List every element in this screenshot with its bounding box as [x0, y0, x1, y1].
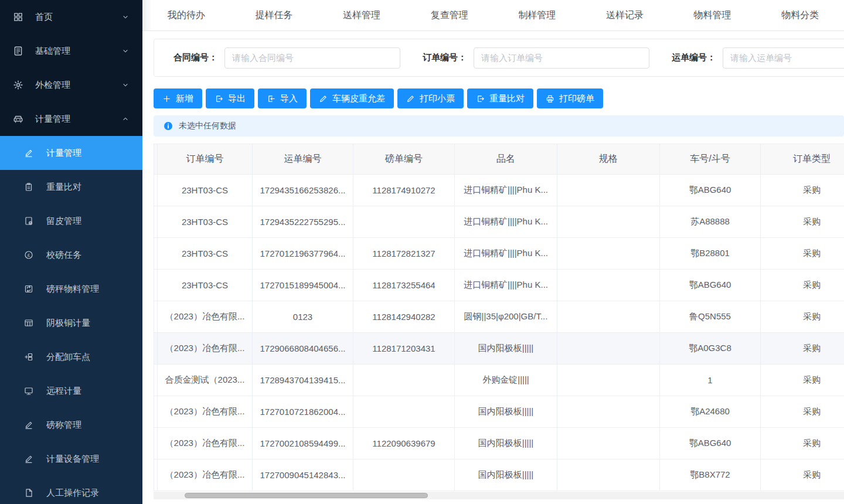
- table-row[interactable]: （2023）冶色有限...1727002108594499...11220906…: [154, 428, 844, 459]
- add-button[interactable]: 新增: [154, 88, 202, 108]
- truck-icon: [13, 114, 23, 124]
- data-table: 订单编号运单编号磅单编号品名规格车号/斗号订单类型 23HT03-CS17294…: [154, 144, 844, 491]
- table-row[interactable]: 23HT03-CS1729435222755295...进口铜精矿||||Phu…: [154, 206, 844, 238]
- sidebar-item-scale-material-mgmt[interactable]: 磅秤物料管理: [0, 272, 142, 306]
- sidebar-item-home[interactable]: 首页: [0, 0, 142, 34]
- table-cell: 合质金测试（2023...: [158, 365, 253, 396]
- sidebar-item-weight-compare[interactable]: 重量比对: [0, 170, 142, 204]
- sidebar-item-label: 磅秤物料管理: [46, 284, 99, 295]
- pound-circle-icon: £: [24, 250, 33, 260]
- sidebar-item-remote-metering[interactable]: 远程计量: [0, 374, 142, 408]
- table-body: 23HT03-CS1729435166253826...112817491027…: [154, 175, 844, 491]
- table-header-row: 订单编号运单编号磅单编号品名规格车号/斗号订单类型: [154, 144, 844, 175]
- column-header[interactable]: 运单编号: [253, 144, 353, 175]
- table-cell: 圆钢||35|φ200|GB/T...: [455, 301, 557, 333]
- table-cell: 国内阳极板|||||: [455, 333, 557, 365]
- table-cell: 进口铜精矿||||Phu K...: [455, 206, 557, 238]
- filter-group: 合同编号：: [173, 47, 400, 69]
- table-cell: 鄂ABG640: [660, 428, 761, 459]
- export-button[interactable]: 导出: [206, 88, 254, 108]
- sidebar-item-label: 留皮管理: [46, 216, 81, 227]
- table-row[interactable]: 23HT03-CS1727012196377964...112817282132…: [154, 238, 844, 270]
- sidebar-item-label: 计量管理: [46, 148, 81, 159]
- table-cell: 鄂ABG640: [660, 175, 761, 206]
- table-row[interactable]: （2023）冶色有限...1729066808404656...11281712…: [154, 333, 844, 365]
- table-cell: 1: [660, 365, 761, 396]
- scrollbar-thumb[interactable]: [185, 493, 428, 498]
- column-header[interactable]: 订单编号: [158, 144, 253, 175]
- table-row[interactable]: 23HT03-CS1727015189945004...112817325546…: [154, 270, 844, 301]
- table-row[interactable]: 合质金测试（2023...1728943704139415...外购金锭||||…: [154, 365, 844, 396]
- sidebar-item-scale-calibration-task[interactable]: £ 校磅任务: [0, 238, 142, 272]
- table-cell: [557, 396, 660, 428]
- pencil-icon: [24, 420, 33, 430]
- print-weighbridge-slip-button[interactable]: 打印磅单: [537, 88, 603, 108]
- table-cell: 鄂B8X772: [660, 459, 761, 491]
- table-cell: 外购金锭|||||: [455, 365, 557, 396]
- button-label: 重量比对: [489, 93, 525, 104]
- sidebar-item-metering-mgmt[interactable]: 计量管理: [0, 136, 142, 170]
- order-no-input[interactable]: [474, 47, 649, 69]
- sidebar-item-metering-mgmt[interactable]: 计量管理: [0, 102, 142, 136]
- data-table-wrap: 订单编号运单编号磅单编号品名规格车号/斗号订单类型 23HT03-CS17294…: [154, 144, 844, 491]
- column-header[interactable]: 品名: [455, 144, 557, 175]
- tab-sample-delivery-record[interactable]: 送样记录: [581, 9, 669, 22]
- sidebar-item-label: 人工操作记录: [46, 488, 99, 499]
- file-icon: [24, 488, 33, 498]
- sidebar-item-basic-mgmt[interactable]: 基础管理: [0, 34, 142, 68]
- column-header[interactable]: 订单类型: [761, 144, 844, 175]
- sidebar-item-metering-device-mgmt[interactable]: 计量设备管理: [0, 442, 142, 476]
- sidebar-item-tare-retention-mgmt[interactable]: 留皮管理: [0, 204, 142, 238]
- table-cell: 鄂A0G3C8: [660, 333, 761, 365]
- sidebar-item-scale-mgmt[interactable]: 磅称管理: [0, 408, 142, 442]
- table-cell: 采购: [761, 428, 844, 459]
- vehicle-tare-tolerance-button[interactable]: 车辆皮重允差: [310, 88, 394, 108]
- contract-no-input[interactable]: [224, 47, 400, 69]
- monitor-icon: [24, 386, 33, 396]
- chevron-up-icon: [121, 115, 130, 123]
- button-label: 车辆皮重允差: [332, 93, 385, 104]
- column-header[interactable]: 磅单编号: [353, 144, 455, 175]
- tab-my-todo[interactable]: 我的待办: [142, 9, 230, 22]
- tab-sample-delivery-mgmt[interactable]: 送样管理: [318, 9, 406, 22]
- table-cell: 鄂B28801: [660, 238, 761, 270]
- sidebar-item-label: 计量管理: [35, 114, 70, 125]
- tab-material-mgmt[interactable]: 物料管理: [669, 9, 757, 22]
- info-icon: [164, 121, 173, 131]
- table-cell: 进口铜精矿||||Phu K...: [455, 270, 557, 301]
- waybill-no-input[interactable]: [723, 47, 844, 69]
- table-cell: 23HT03-CS: [158, 270, 253, 301]
- table-cell: 进口铜精矿||||Phu K...: [455, 175, 557, 206]
- tab-recheck-mgmt[interactable]: 复查管理: [406, 9, 494, 22]
- table-cell: 采购: [761, 238, 844, 270]
- table-row[interactable]: （2023）冶色有限...1727010721862004...国内阳极板|||…: [154, 396, 844, 428]
- tab-sample-making-mgmt[interactable]: 制样管理: [494, 9, 581, 22]
- edit-icon: [319, 94, 328, 103]
- table-cell: 1122090639679: [353, 428, 455, 459]
- tab-material-category[interactable]: 物料分类: [756, 9, 844, 22]
- column-header[interactable]: 规格: [557, 144, 660, 175]
- printer-icon: [546, 94, 554, 103]
- weight-compare-button[interactable]: 重量比对: [467, 88, 533, 108]
- table-cell: 1729435166253826...: [253, 175, 353, 206]
- table-cell: 0123: [253, 301, 353, 333]
- table-row[interactable]: （2023）冶色有限...01231128142940282圆钢||35|φ20…: [154, 301, 844, 333]
- horizontal-scrollbar[interactable]: [154, 492, 844, 499]
- pencil-icon: [24, 454, 33, 464]
- sidebar-item-label: 基础管理: [35, 46, 70, 57]
- table-row[interactable]: 23HT03-CS1729435166253826...112817491027…: [154, 175, 844, 206]
- sidebar-item-external-inspection-mgmt[interactable]: 外检管理: [0, 68, 142, 102]
- table-cell: 采购: [761, 270, 844, 301]
- table-row[interactable]: （2023）冶色有限...1727009045142843...国内阳极板|||…: [154, 459, 844, 491]
- sidebar-item-unload-point-assign[interactable]: 分配卸车点: [0, 340, 142, 374]
- button-label: 打印小票: [420, 93, 455, 104]
- table-cell: 1128142940282: [353, 301, 455, 333]
- sidebar-item-manual-operation-log[interactable]: 人工操作记录: [0, 476, 142, 504]
- import-button[interactable]: 导入: [258, 88, 307, 108]
- button-label: 打印磅单: [559, 93, 594, 104]
- column-header[interactable]: 车号/斗号: [660, 144, 761, 175]
- sidebar-item-cathode-copper-metering[interactable]: 阴极铜计量: [0, 306, 142, 340]
- print-ticket-button[interactable]: 打印小票: [397, 88, 464, 108]
- export-icon: [215, 94, 223, 103]
- tab-sampling-task[interactable]: 提样任务: [230, 9, 318, 22]
